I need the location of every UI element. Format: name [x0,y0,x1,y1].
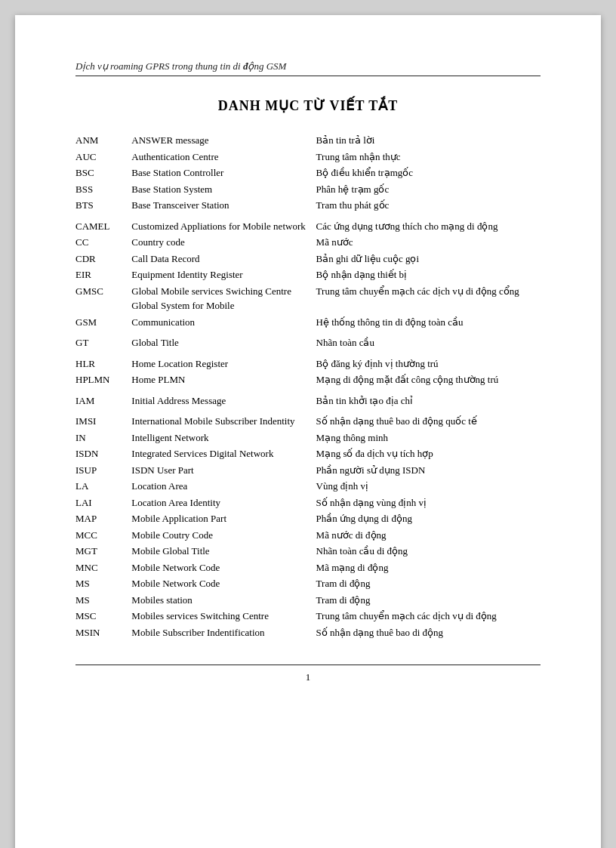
table-row: MSINMobile Subscriber IndentificationSố … [75,624,541,641]
abbr-cell: LAI [75,495,131,511]
table-row: AUCAuthentication CentreTrung tâm nhận t… [75,149,541,165]
abbr-cell: MCC [75,527,131,544]
table-row: LAILocation Area IdentitySố nhận dạng vù… [75,495,541,511]
abbr-cell: BSC [75,165,131,181]
page-number: 1 [306,671,311,683]
abbr-cell: HLR [75,356,131,372]
full-cell: Base Station Controller [131,165,316,181]
full-cell: Base Station System [131,181,316,198]
viet-cell: Số nhận dạng vùng định vị [316,495,541,511]
full-cell: Integrated Services Digital Network [131,446,316,462]
full-cell: Mobile Global Title [131,543,316,560]
abbr-cell: CC [75,234,131,251]
table-row: CDRCall Data RecordBản ghi dữ liệu cuộc … [75,251,541,267]
full-cell: Country code [131,234,316,251]
full-cell: Global Title [131,335,316,351]
viet-cell: Nhãn toàn cầu [316,335,541,351]
viet-cell: Trung tâm nhận thực [316,149,541,165]
table-row: EIREquipment Identity RegisterBộ nhận dạ… [75,267,541,283]
viet-cell: Bộ nhận dạng thiết bị [316,267,541,283]
viet-cell: Phần ứng dụng di động [316,510,541,527]
abbr-cell: MS [75,575,131,592]
header-text: Dịch vụ roaming GPRS trong thung tin di … [75,60,286,72]
viet-cell: Nhãn toàn cầu di động [316,543,541,560]
table-row: MGTMobile Global TitleNhãn toàn cầu di đ… [75,543,541,560]
viet-cell: Bộ đăng ký định vị thường trú [316,356,541,372]
abbr-cell: CAMEL [75,218,131,235]
abbr-cell: IN [75,430,131,446]
table-row: HLRHome Location RegisterBộ đăng ký định… [75,356,541,372]
full-cell: Intelligent Network [131,430,316,446]
abbr-cell: MS [75,592,131,609]
table-row: MSMobile Network CodeTram di động [75,575,541,592]
full-cell: ANSWER message [131,132,316,149]
viet-cell: Mạng thông minh [316,430,541,446]
abbr-cell: IMSI [75,413,131,430]
full-cell: Mobiles services Switching Centre [131,608,316,624]
table-row: GSMCommunicationHệ thống thông tin di độ… [75,314,541,331]
table-row: BTSBase Transceiver StationTram thu phát… [75,197,541,214]
table-row: MAPMobile Application PartPhần ứng dụng … [75,510,541,527]
full-cell: Authentication Centre [131,149,316,165]
viet-cell: Bản tin khởi tạo địa chỉ [316,393,541,409]
viet-cell: Trung tâm chuyển mạch các dịch vụ di độn… [316,283,541,314]
abbr-cell: BSS [75,181,131,198]
full-cell: Mobiles station [131,592,316,609]
full-cell: Initial Address Message [131,393,316,409]
abbr-cell: ISDN [75,446,131,462]
full-cell: Home Location Register [131,356,316,372]
viet-cell: Bản ghi dữ liệu cuộc gọi [316,251,541,267]
table-row: CAMELCustomized Appliations for Mobile n… [75,218,541,235]
viet-cell: Phân hệ trạm gốc [316,181,541,198]
abbr-cell: GSM [75,314,131,331]
full-cell: Location Area Identity [131,495,316,511]
abbr-cell: MSIN [75,624,131,641]
table-row: ISDNIntegrated Services Digital NetworkM… [75,446,541,462]
table-row: IMSIInternational Mobile Subscriber Inde… [75,413,541,430]
viet-cell: Vùng định vị [316,478,541,495]
full-cell: Location Area [131,478,316,495]
viet-cell: Trung tâm chuyển mạch các dịch vụ di độn… [316,608,541,624]
full-cell: Base Transceiver Station [131,197,316,214]
footer: 1 [75,665,541,683]
table-row: ISUPISDN User PartPhần người sử dụng ISD… [75,462,541,479]
table-row: BSSBase Station SystemPhân hệ trạm gốc [75,181,541,198]
full-cell: Home PLMN [131,372,316,388]
viet-cell: Mã mạng di động [316,560,541,576]
viet-cell: Tram di động [316,575,541,592]
viet-cell: Tram thu phát gốc [316,197,541,214]
full-cell: Customized Appliations for Mobile networ… [131,218,316,235]
table-row: GMSCGlobal Mobile services Swiching Cent… [75,283,541,314]
full-cell: Mobile Network Code [131,575,316,592]
full-cell: ISDN User Part [131,462,316,479]
table-row: MSCMobiles services Switching CentreTrun… [75,608,541,624]
page-title: DANH MỤC TỪ VIẾT TẮT [75,97,541,114]
abbr-cell: MNC [75,560,131,576]
abbr-cell: MAP [75,510,131,527]
table-row: BSCBase Station ControllerBộ điều khiển … [75,165,541,181]
table-row: MNCMobile Network CodeMã mạng di động [75,560,541,576]
abbr-cell: CDR [75,251,131,267]
viet-cell: Số nhận dạng thuê bao di động quốc tế [316,413,541,430]
table-row: GTGlobal TitleNhãn toàn cầu [75,335,541,351]
abbr-cell: GT [75,335,131,351]
table-row: HPLMNHome PLMNMạng di động mặt đất công … [75,372,541,388]
table-row: MCCMobile Coutry CodeMã nước di động [75,527,541,544]
table-row: MSMobiles stationTram di động [75,592,541,609]
full-cell: Mobile Network Code [131,560,316,576]
abbr-cell: ANM [75,132,131,149]
viet-cell: Hệ thống thông tin di động toàn cầu [316,314,541,331]
viet-cell: Tram di động [316,592,541,609]
abbr-cell: EIR [75,267,131,283]
viet-cell: Bộ điều khiển trạmgốc [316,165,541,181]
abbr-cell: BTS [75,197,131,214]
viet-cell: Mạng di động mặt đất công cộng thường tr… [316,372,541,388]
viet-cell: Mã nước [316,234,541,251]
viet-cell: Phần người sử dụng ISDN [316,462,541,479]
abbr-cell: IAM [75,393,131,409]
abbr-cell: MGT [75,543,131,560]
abbr-cell: ISUP [75,462,131,479]
full-cell: Communication [131,314,316,331]
table-row: LALocation AreaVùng định vị [75,478,541,495]
page: Dịch vụ roaming GPRS trong thung tin di … [15,15,601,848]
